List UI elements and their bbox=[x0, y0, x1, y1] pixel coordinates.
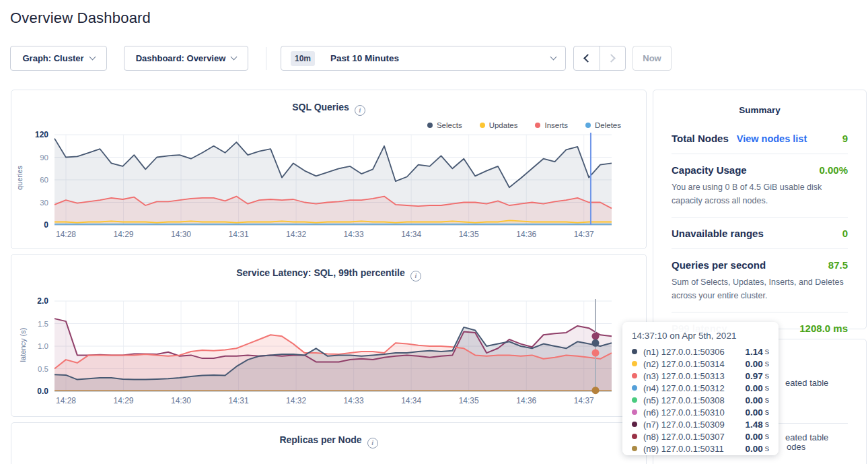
node-color-dot bbox=[632, 397, 637, 403]
time-range-dropdown[interactable]: 10m Past 10 Minutes bbox=[281, 46, 566, 71]
svg-text:14:34: 14:34 bbox=[401, 230, 421, 239]
node-latency-value: 0.00 bbox=[745, 432, 762, 442]
tooltip-node-row: (n6) 127.0.0.1:503100.00s bbox=[632, 406, 769, 418]
latency-unit: s bbox=[765, 395, 769, 405]
chart-hover-tooltip: 14:37:10 on Apr 5th, 2021 (n1) 127.0.0.1… bbox=[622, 322, 779, 455]
node-latency-value: 1.48 bbox=[745, 420, 762, 430]
event-text-fragment: odes bbox=[787, 442, 805, 452]
dashboard-dropdown-label: Dashboard: Overview bbox=[136, 53, 226, 63]
queries-per-second-desc: Sum of Selects, Updates, Inserts, and De… bbox=[672, 275, 848, 302]
prev-time-button[interactable] bbox=[574, 46, 600, 70]
info-icon[interactable]: i bbox=[355, 105, 365, 116]
node-color-dot bbox=[632, 422, 637, 427]
svg-text:120: 120 bbox=[35, 130, 48, 139]
svg-text:90: 90 bbox=[40, 154, 48, 162]
svg-text:14:28: 14:28 bbox=[56, 396, 76, 405]
node-address: (n1) 127.0.0.1:50306 bbox=[643, 347, 745, 357]
summary-row-queries-per-second: Queries per second 87.5 Sum of Selects, … bbox=[672, 249, 848, 312]
latency-unit: s bbox=[765, 383, 769, 393]
tooltip-node-row: (n8) 127.0.0.1:503070.00s bbox=[632, 430, 769, 442]
svg-text:60: 60 bbox=[40, 176, 48, 184]
chevron-down-icon bbox=[231, 54, 238, 61]
capacity-usage-label: Capacity Usage bbox=[672, 164, 747, 176]
summary-card: Summary Total Nodes View nodes list 9 Ca… bbox=[653, 90, 867, 329]
chevron-down-icon bbox=[550, 54, 557, 61]
node-address: (n4) 127.0.0.1:50312 bbox=[643, 383, 745, 393]
latency-unit: s bbox=[765, 444, 769, 453]
svg-text:14:31: 14:31 bbox=[229, 396, 249, 405]
summary-body: Total Nodes View nodes list 9 Capacity U… bbox=[672, 123, 848, 343]
node-color-dot bbox=[632, 409, 637, 415]
time-range-label: Past 10 Minutes bbox=[330, 53, 545, 63]
svg-text:14:37: 14:37 bbox=[574, 230, 594, 239]
chevron-left-icon bbox=[583, 54, 592, 63]
page-title: Overview Dashboard bbox=[10, 9, 151, 27]
chevron-down-icon bbox=[89, 54, 96, 61]
unavailable-ranges-value: 0 bbox=[842, 228, 848, 239]
svg-text:14:30: 14:30 bbox=[171, 396, 191, 405]
summary-row-total-nodes: Total Nodes View nodes list 9 bbox=[672, 123, 848, 154]
info-icon[interactable]: i bbox=[410, 271, 421, 281]
replicas-per-node-title: Replicas per Nodei bbox=[11, 434, 646, 449]
unavailable-ranges-label: Unavailable ranges bbox=[672, 228, 764, 239]
tooltip-node-row: (n3) 127.0.0.1:503130.97s bbox=[632, 370, 769, 382]
summary-row-unavailable-ranges: Unavailable ranges 0 bbox=[672, 218, 848, 249]
svg-text:1.0: 1.0 bbox=[38, 342, 48, 350]
node-latency-value: 0.00 bbox=[745, 395, 762, 405]
now-button[interactable]: Now bbox=[632, 46, 672, 71]
overview-dashboard-page: Overview Dashboard Graph: Cluster Dashbo… bbox=[0, 0, 868, 464]
node-address: (n5) 127.0.0.1:50308 bbox=[643, 395, 745, 405]
svg-text:14:30: 14:30 bbox=[171, 230, 191, 239]
latency-unit: s bbox=[765, 371, 769, 380]
svg-text:14:35: 14:35 bbox=[459, 230, 479, 239]
svg-text:14:34: 14:34 bbox=[401, 396, 421, 405]
graph-dropdown-label: Graph: Cluster bbox=[22, 53, 83, 63]
summary-title: Summary bbox=[653, 105, 866, 115]
total-nodes-value: 9 bbox=[842, 133, 848, 144]
next-time-button[interactable] bbox=[600, 46, 626, 70]
latency-unit: s bbox=[765, 347, 769, 356]
svg-text:14:31: 14:31 bbox=[229, 230, 249, 239]
p99-latency-value: 1208.0 ms bbox=[799, 323, 848, 334]
dashboard-dropdown[interactable]: Dashboard: Overview bbox=[124, 46, 248, 71]
svg-text:14:32: 14:32 bbox=[286, 396, 306, 405]
node-color-dot bbox=[632, 434, 637, 439]
graph-dropdown[interactable]: Graph: Cluster bbox=[10, 46, 107, 71]
now-button-label: Now bbox=[643, 53, 661, 63]
node-address: (n6) 127.0.0.1:50310 bbox=[643, 407, 745, 418]
tooltip-node-row: (n2) 127.0.0.1:503140.00s bbox=[632, 358, 769, 370]
service-latency-chart[interactable]: 14:2814:2914:3014:3114:3214:3314:3414:35… bbox=[11, 290, 637, 409]
service-latency-title: Service Latency: SQL, 99th percentilei bbox=[11, 267, 646, 281]
svg-text:14:36: 14:36 bbox=[516, 396, 536, 405]
info-icon[interactable]: i bbox=[367, 438, 378, 449]
view-nodes-list-link[interactable]: View nodes list bbox=[737, 133, 807, 144]
node-latency-value: 1.14 bbox=[745, 347, 762, 357]
svg-text:14:32: 14:32 bbox=[286, 230, 306, 239]
latency-unit: s bbox=[765, 407, 769, 417]
time-range-badge: 10m bbox=[291, 51, 315, 66]
node-address: (n2) 127.0.0.1:50314 bbox=[643, 359, 745, 369]
time-pager bbox=[573, 46, 626, 71]
sql-queries-chart[interactable]: 14:2814:2914:3014:3114:3214:3314:3414:35… bbox=[11, 124, 637, 242]
svg-text:30: 30 bbox=[40, 199, 48, 207]
hover-value-dot bbox=[591, 339, 599, 347]
svg-text:14:28: 14:28 bbox=[56, 230, 76, 239]
tooltip-node-row: (n7) 127.0.0.1:503091.48s bbox=[632, 418, 769, 430]
node-color-dot bbox=[632, 446, 637, 451]
latency-unit: s bbox=[765, 432, 769, 441]
svg-text:0.0: 0.0 bbox=[37, 387, 48, 396]
total-nodes-label: Total Nodes bbox=[672, 133, 729, 144]
sql-queries-card: SQL Queriesi SelectsUpdatesInsertsDelete… bbox=[11, 90, 647, 249]
tooltip-timestamp: 14:37:10 on Apr 5th, 2021 bbox=[632, 331, 769, 341]
capacity-usage-value: 0.00% bbox=[819, 164, 848, 176]
node-latency-value: 0.00 bbox=[745, 407, 762, 418]
node-color-dot bbox=[632, 349, 637, 354]
node-color-dot bbox=[632, 373, 637, 378]
svg-text:14:37: 14:37 bbox=[574, 396, 594, 405]
svg-text:0.5: 0.5 bbox=[38, 365, 48, 373]
replicas-per-node-card: Replicas per Nodei bbox=[11, 422, 647, 464]
toolbar-divider bbox=[266, 47, 266, 70]
node-address: (n3) 127.0.0.1:50313 bbox=[643, 371, 745, 381]
queries-per-second-label: Queries per second bbox=[672, 259, 766, 271]
hover-value-dot bbox=[591, 350, 599, 357]
